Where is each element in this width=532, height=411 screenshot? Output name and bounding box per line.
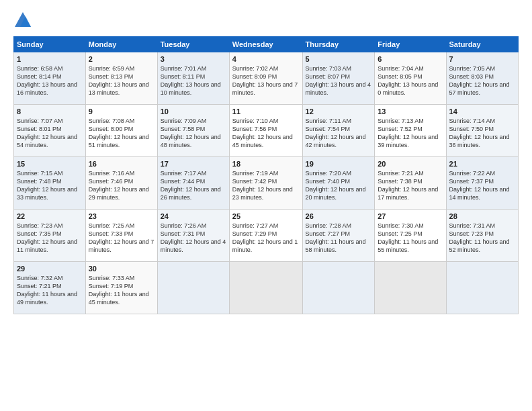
day-cell: 18 Sunrise: 7:19 AMSunset: 7:42 PMDaylig… — [229, 157, 302, 210]
col-saturday: Saturday — [446, 37, 518, 52]
day-number: 28 — [449, 212, 515, 220]
day-detail: Sunrise: 7:17 AMSunset: 7:44 PMDaylight:… — [161, 170, 221, 201]
day-detail: Sunrise: 7:26 AMSunset: 7:31 PMDaylight:… — [161, 222, 226, 253]
day-detail: Sunrise: 7:25 AMSunset: 7:33 PMDaylight:… — [89, 222, 154, 253]
day-cell: 9 Sunrise: 7:08 AMSunset: 8:00 PMDayligh… — [85, 105, 157, 157]
day-number: 23 — [89, 212, 154, 220]
day-detail: Sunrise: 7:19 AMSunset: 7:42 PMDaylight:… — [232, 170, 293, 201]
day-detail: Sunrise: 7:16 AMSunset: 7:46 PMDaylight:… — [89, 170, 149, 201]
day-cell: 15 Sunrise: 7:15 AMSunset: 7:48 PMDaylig… — [14, 157, 86, 210]
day-detail: Sunrise: 7:21 AMSunset: 7:38 PMDaylight:… — [378, 170, 438, 201]
week-row-1: 8 Sunrise: 7:07 AMSunset: 8:01 PMDayligh… — [14, 105, 519, 157]
day-cell: 11 Sunrise: 7:10 AMSunset: 7:56 PMDaylig… — [229, 105, 302, 157]
day-cell: 6 Sunrise: 7:04 AMSunset: 8:05 PMDayligh… — [375, 52, 446, 105]
day-detail: Sunrise: 7:05 AMSunset: 8:03 PMDaylight:… — [449, 65, 510, 96]
day-detail: Sunrise: 7:02 AMSunset: 8:09 PMDaylight:… — [232, 65, 298, 96]
day-detail: Sunrise: 7:11 AMSunset: 7:54 PMDaylight:… — [306, 118, 366, 148]
day-detail: Sunrise: 7:28 AMSunset: 7:27 PMDaylight:… — [306, 222, 366, 253]
day-cell: 25 Sunrise: 7:27 AMSunset: 7:29 PMDaylig… — [229, 210, 302, 262]
col-tuesday: Tuesday — [157, 37, 229, 52]
day-number: 12 — [306, 107, 372, 116]
day-cell: 13 Sunrise: 7:13 AMSunset: 7:52 PMDaylig… — [375, 105, 446, 157]
page: Sunday Monday Tuesday Wednesday Thursday… — [0, 0, 532, 411]
day-detail: Sunrise: 7:30 AMSunset: 7:25 PMDaylight:… — [378, 222, 438, 253]
col-sunday: Sunday — [14, 37, 86, 52]
day-detail: Sunrise: 7:23 AMSunset: 7:35 PMDaylight:… — [17, 222, 77, 253]
day-cell: 22 Sunrise: 7:23 AMSunset: 7:35 PMDaylig… — [14, 210, 86, 262]
empty-cell — [375, 262, 446, 314]
day-cell: 17 Sunrise: 7:17 AMSunset: 7:44 PMDaylig… — [157, 157, 229, 210]
day-cell: 23 Sunrise: 7:25 AMSunset: 7:33 PMDaylig… — [85, 210, 157, 262]
day-number: 4 — [232, 55, 300, 63]
day-detail: Sunrise: 6:59 AMSunset: 8:13 PMDaylight:… — [89, 65, 149, 96]
col-friday: Friday — [375, 37, 446, 52]
col-monday: Monday — [85, 37, 157, 52]
week-row-2: 15 Sunrise: 7:15 AMSunset: 7:48 PMDaylig… — [14, 157, 519, 210]
day-number: 2 — [89, 55, 154, 63]
calendar-table: Sunday Monday Tuesday Wednesday Thursday… — [13, 36, 519, 314]
day-detail: Sunrise: 7:15 AMSunset: 7:48 PMDaylight:… — [17, 170, 77, 201]
day-number: 8 — [17, 107, 83, 116]
day-detail: Sunrise: 7:33 AMSunset: 7:19 PMDaylight:… — [89, 275, 149, 306]
day-detail: Sunrise: 7:14 AMSunset: 7:50 PMDaylight:… — [449, 118, 510, 148]
day-number: 30 — [89, 265, 154, 273]
day-number: 15 — [17, 160, 83, 168]
day-number: 21 — [449, 160, 515, 168]
day-number: 25 — [232, 212, 300, 220]
day-cell: 2 Sunrise: 6:59 AMSunset: 8:13 PMDayligh… — [85, 52, 157, 105]
day-number: 18 — [232, 160, 300, 168]
day-number: 10 — [161, 107, 226, 116]
day-number: 29 — [17, 265, 83, 273]
day-detail: Sunrise: 7:03 AMSunset: 8:07 PMDaylight:… — [306, 65, 371, 96]
day-number: 14 — [449, 107, 515, 116]
day-cell: 30 Sunrise: 7:33 AMSunset: 7:19 PMDaylig… — [85, 262, 157, 314]
day-detail: Sunrise: 7:07 AMSunset: 8:01 PMDaylight:… — [17, 118, 77, 148]
day-cell: 10 Sunrise: 7:09 AMSunset: 7:58 PMDaylig… — [157, 105, 229, 157]
day-cell: 29 Sunrise: 7:32 AMSunset: 7:21 PMDaylig… — [14, 262, 86, 314]
empty-cell — [229, 262, 302, 314]
header-row: Sunday Monday Tuesday Wednesday Thursday… — [14, 37, 519, 52]
day-number: 13 — [378, 107, 443, 116]
empty-cell — [302, 262, 375, 314]
day-detail: Sunrise: 7:01 AMSunset: 8:11 PMDaylight:… — [161, 65, 221, 96]
day-detail: Sunrise: 7:31 AMSunset: 7:23 PMDaylight:… — [449, 222, 510, 253]
day-cell: 21 Sunrise: 7:22 AMSunset: 7:37 PMDaylig… — [446, 157, 518, 210]
day-detail: Sunrise: 7:20 AMSunset: 7:40 PMDaylight:… — [306, 170, 366, 201]
empty-cell — [157, 262, 229, 314]
day-detail: Sunrise: 6:58 AMSunset: 8:14 PMDaylight:… — [17, 65, 77, 96]
day-detail: Sunrise: 7:09 AMSunset: 7:58 PMDaylight:… — [161, 118, 221, 148]
day-detail: Sunrise: 7:10 AMSunset: 7:56 PMDaylight:… — [232, 118, 293, 148]
week-row-0: 1 Sunrise: 6:58 AMSunset: 8:14 PMDayligh… — [14, 52, 519, 105]
logo — [13, 11, 35, 30]
day-number: 16 — [89, 160, 154, 168]
day-detail: Sunrise: 7:32 AMSunset: 7:21 PMDaylight:… — [17, 275, 77, 306]
day-number: 17 — [161, 160, 226, 168]
empty-cell — [446, 262, 518, 314]
day-number: 19 — [306, 160, 372, 168]
day-detail: Sunrise: 7:04 AMSunset: 8:05 PMDaylight:… — [378, 65, 438, 96]
day-number: 7 — [449, 55, 515, 63]
day-cell: 24 Sunrise: 7:26 AMSunset: 7:31 PMDaylig… — [157, 210, 229, 262]
day-number: 6 — [378, 55, 443, 63]
day-number: 3 — [161, 55, 226, 63]
col-wednesday: Wednesday — [229, 37, 302, 52]
day-cell: 19 Sunrise: 7:20 AMSunset: 7:40 PMDaylig… — [302, 157, 375, 210]
day-number: 1 — [17, 55, 83, 63]
logo-icon — [13, 11, 32, 30]
week-row-4: 29 Sunrise: 7:32 AMSunset: 7:21 PMDaylig… — [14, 262, 519, 314]
header — [13, 11, 519, 30]
day-cell: 3 Sunrise: 7:01 AMSunset: 8:11 PMDayligh… — [157, 52, 229, 105]
day-detail: Sunrise: 7:27 AMSunset: 7:29 PMDaylight:… — [232, 222, 298, 253]
day-cell: 8 Sunrise: 7:07 AMSunset: 8:01 PMDayligh… — [14, 105, 86, 157]
day-cell: 28 Sunrise: 7:31 AMSunset: 7:23 PMDaylig… — [446, 210, 518, 262]
day-cell: 16 Sunrise: 7:16 AMSunset: 7:46 PMDaylig… — [85, 157, 157, 210]
day-cell: 4 Sunrise: 7:02 AMSunset: 8:09 PMDayligh… — [229, 52, 302, 105]
week-row-3: 22 Sunrise: 7:23 AMSunset: 7:35 PMDaylig… — [14, 210, 519, 262]
day-number: 11 — [232, 107, 300, 116]
day-number: 27 — [378, 212, 443, 220]
day-detail: Sunrise: 7:22 AMSunset: 7:37 PMDaylight:… — [449, 170, 510, 201]
day-number: 22 — [17, 212, 83, 220]
day-number: 24 — [161, 212, 226, 220]
day-number: 9 — [89, 107, 154, 116]
day-cell: 14 Sunrise: 7:14 AMSunset: 7:50 PMDaylig… — [446, 105, 518, 157]
